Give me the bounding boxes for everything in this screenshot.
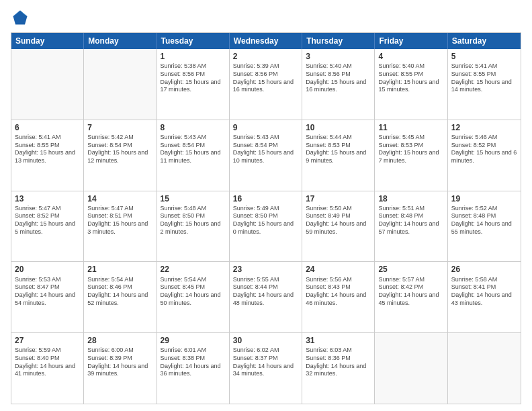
calendar-cell: 26Sunrise: 5:58 AMSunset: 8:41 PMDayligh… xyxy=(448,262,521,332)
cell-info: Sunrise: 5:59 AMSunset: 8:40 PMDaylight:… xyxy=(15,347,80,378)
calendar-cell: 30Sunrise: 6:02 AMSunset: 8:37 PMDayligh… xyxy=(230,333,302,404)
calendar-cell: 22Sunrise: 5:54 AMSunset: 8:45 PMDayligh… xyxy=(157,262,230,332)
cell-day-number: 26 xyxy=(451,264,517,275)
header-cell-wednesday: Wednesday xyxy=(230,33,302,49)
cell-info: Sunrise: 6:02 AMSunset: 8:37 PMDaylight:… xyxy=(233,347,298,378)
calendar-cell: 28Sunrise: 6:00 AMSunset: 8:39 PMDayligh… xyxy=(84,333,157,404)
cell-info: Sunrise: 5:54 AMSunset: 8:45 PMDaylight:… xyxy=(161,276,226,308)
cell-day-number: 28 xyxy=(87,335,152,346)
cell-day-number: 20 xyxy=(15,264,80,275)
calendar-cell: 18Sunrise: 5:51 AMSunset: 8:48 PMDayligh… xyxy=(375,191,447,262)
header-cell-tuesday: Tuesday xyxy=(157,33,230,49)
cell-info: Sunrise: 5:51 AMSunset: 8:48 PMDaylight:… xyxy=(378,205,443,236)
calendar-cell xyxy=(375,333,447,404)
cell-info: Sunrise: 5:44 AMSunset: 8:53 PMDaylight:… xyxy=(306,134,371,165)
cell-info: Sunrise: 5:45 AMSunset: 8:53 PMDaylight:… xyxy=(378,134,443,165)
cell-info: Sunrise: 5:48 AMSunset: 8:50 PMDaylight:… xyxy=(161,205,226,236)
cell-day-number: 12 xyxy=(451,122,517,133)
calendar-cell xyxy=(84,49,157,120)
cell-info: Sunrise: 5:46 AMSunset: 8:52 PMDaylight:… xyxy=(451,134,517,165)
cell-day-number: 18 xyxy=(378,193,443,204)
cell-day-number: 2 xyxy=(233,51,298,62)
calendar-row: 1Sunrise: 5:38 AMSunset: 8:56 PMDaylight… xyxy=(11,49,521,120)
cell-day-number: 27 xyxy=(15,335,80,346)
cell-day-number: 3 xyxy=(306,51,371,62)
calendar-cell: 14Sunrise: 5:47 AMSunset: 8:51 PMDayligh… xyxy=(84,191,157,262)
cell-info: Sunrise: 5:47 AMSunset: 8:52 PMDaylight:… xyxy=(15,205,80,236)
cell-day-number: 19 xyxy=(451,193,517,204)
cell-info: Sunrise: 6:01 AMSunset: 8:38 PMDaylight:… xyxy=(161,347,226,378)
calendar-cell: 16Sunrise: 5:49 AMSunset: 8:50 PMDayligh… xyxy=(230,191,302,262)
header-cell-friday: Friday xyxy=(375,33,447,49)
cell-info: Sunrise: 5:47 AMSunset: 8:51 PMDaylight:… xyxy=(87,205,152,236)
cell-info: Sunrise: 5:57 AMSunset: 8:42 PMDaylight:… xyxy=(378,276,443,308)
calendar-cell: 17Sunrise: 5:50 AMSunset: 8:49 PMDayligh… xyxy=(302,191,375,262)
cell-day-number: 31 xyxy=(306,335,371,346)
cell-info: Sunrise: 5:42 AMSunset: 8:54 PMDaylight:… xyxy=(87,134,152,165)
cell-day-number: 22 xyxy=(161,264,226,275)
cell-info: Sunrise: 6:00 AMSunset: 8:39 PMDaylight:… xyxy=(87,347,152,378)
header-cell-saturday: Saturday xyxy=(448,33,521,49)
header-cell-thursday: Thursday xyxy=(302,33,375,49)
calendar-row: 13Sunrise: 5:47 AMSunset: 8:52 PMDayligh… xyxy=(11,191,521,262)
calendar: SundayMondayTuesdayWednesdayThursdayFrid… xyxy=(11,32,521,404)
cell-info: Sunrise: 5:41 AMSunset: 8:55 PMDaylight:… xyxy=(15,134,80,165)
calendar-cell: 2Sunrise: 5:39 AMSunset: 8:56 PMDaylight… xyxy=(230,49,302,120)
calendar-cell: 20Sunrise: 5:53 AMSunset: 8:47 PMDayligh… xyxy=(11,262,84,332)
cell-info: Sunrise: 6:03 AMSunset: 8:36 PMDaylight:… xyxy=(306,347,371,378)
cell-info: Sunrise: 5:56 AMSunset: 8:43 PMDaylight:… xyxy=(306,276,371,308)
svg-marker-0 xyxy=(13,11,28,25)
calendar-cell: 11Sunrise: 5:45 AMSunset: 8:53 PMDayligh… xyxy=(375,120,447,191)
header-cell-monday: Monday xyxy=(84,33,157,49)
calendar-cell: 9Sunrise: 5:43 AMSunset: 8:54 PMDaylight… xyxy=(230,120,302,191)
cell-day-number: 13 xyxy=(15,193,80,204)
calendar-cell: 5Sunrise: 5:41 AMSunset: 8:55 PMDaylight… xyxy=(448,49,521,120)
cell-day-number: 6 xyxy=(15,122,80,133)
calendar-cell: 3Sunrise: 5:40 AMSunset: 8:56 PMDaylight… xyxy=(302,49,375,120)
calendar-cell: 24Sunrise: 5:56 AMSunset: 8:43 PMDayligh… xyxy=(302,262,375,332)
calendar-cell: 27Sunrise: 5:59 AMSunset: 8:40 PMDayligh… xyxy=(11,333,84,404)
cell-day-number: 21 xyxy=(87,264,152,275)
calendar-cell: 21Sunrise: 5:54 AMSunset: 8:46 PMDayligh… xyxy=(84,262,157,332)
cell-info: Sunrise: 5:58 AMSunset: 8:41 PMDaylight:… xyxy=(451,276,517,308)
calendar-cell: 23Sunrise: 5:55 AMSunset: 8:44 PMDayligh… xyxy=(230,262,302,332)
cell-day-number: 25 xyxy=(378,264,443,275)
cell-info: Sunrise: 5:55 AMSunset: 8:44 PMDaylight:… xyxy=(233,276,298,308)
cell-day-number: 10 xyxy=(306,122,371,133)
cell-info: Sunrise: 5:50 AMSunset: 8:49 PMDaylight:… xyxy=(306,205,371,236)
cell-day-number: 24 xyxy=(306,264,371,275)
cell-day-number: 23 xyxy=(233,264,298,275)
cell-day-number: 29 xyxy=(161,335,226,346)
cell-day-number: 8 xyxy=(161,122,226,133)
cell-day-number: 9 xyxy=(233,122,298,133)
calendar-cell: 12Sunrise: 5:46 AMSunset: 8:52 PMDayligh… xyxy=(448,120,521,191)
cell-info: Sunrise: 5:43 AMSunset: 8:54 PMDaylight:… xyxy=(233,134,298,165)
calendar-row: 6Sunrise: 5:41 AMSunset: 8:55 PMDaylight… xyxy=(11,120,521,191)
cell-info: Sunrise: 5:54 AMSunset: 8:46 PMDaylight:… xyxy=(87,276,152,308)
calendar-cell: 25Sunrise: 5:57 AMSunset: 8:42 PMDayligh… xyxy=(375,262,447,332)
calendar-cell: 15Sunrise: 5:48 AMSunset: 8:50 PMDayligh… xyxy=(157,191,230,262)
header-cell-sunday: Sunday xyxy=(11,33,84,49)
calendar-cell xyxy=(448,333,521,404)
cell-info: Sunrise: 5:41 AMSunset: 8:55 PMDaylight:… xyxy=(451,62,517,94)
cell-day-number: 17 xyxy=(306,193,371,204)
calendar-cell: 7Sunrise: 5:42 AMSunset: 8:54 PMDaylight… xyxy=(84,120,157,191)
calendar-cell: 31Sunrise: 6:03 AMSunset: 8:36 PMDayligh… xyxy=(302,333,375,404)
calendar-cell xyxy=(11,49,84,120)
calendar-cell: 13Sunrise: 5:47 AMSunset: 8:52 PMDayligh… xyxy=(11,191,84,262)
calendar-header: SundayMondayTuesdayWednesdayThursdayFrid… xyxy=(11,33,521,49)
cell-day-number: 7 xyxy=(87,122,152,133)
cell-day-number: 4 xyxy=(378,51,443,62)
calendar-cell: 10Sunrise: 5:44 AMSunset: 8:53 PMDayligh… xyxy=(302,120,375,191)
cell-info: Sunrise: 5:38 AMSunset: 8:56 PMDaylight:… xyxy=(161,62,226,94)
calendar-body: 1Sunrise: 5:38 AMSunset: 8:56 PMDaylight… xyxy=(11,49,521,404)
calendar-row: 20Sunrise: 5:53 AMSunset: 8:47 PMDayligh… xyxy=(11,261,521,332)
cell-info: Sunrise: 5:49 AMSunset: 8:50 PMDaylight:… xyxy=(233,205,298,236)
cell-day-number: 15 xyxy=(161,193,226,204)
cell-info: Sunrise: 5:40 AMSunset: 8:55 PMDaylight:… xyxy=(378,62,443,94)
calendar-cell: 19Sunrise: 5:52 AMSunset: 8:48 PMDayligh… xyxy=(448,191,521,262)
calendar-cell: 4Sunrise: 5:40 AMSunset: 8:55 PMDaylight… xyxy=(375,49,447,120)
cell-day-number: 1 xyxy=(161,51,226,62)
cell-info: Sunrise: 5:53 AMSunset: 8:47 PMDaylight:… xyxy=(15,276,80,308)
cell-info: Sunrise: 5:52 AMSunset: 8:48 PMDaylight:… xyxy=(451,205,517,236)
